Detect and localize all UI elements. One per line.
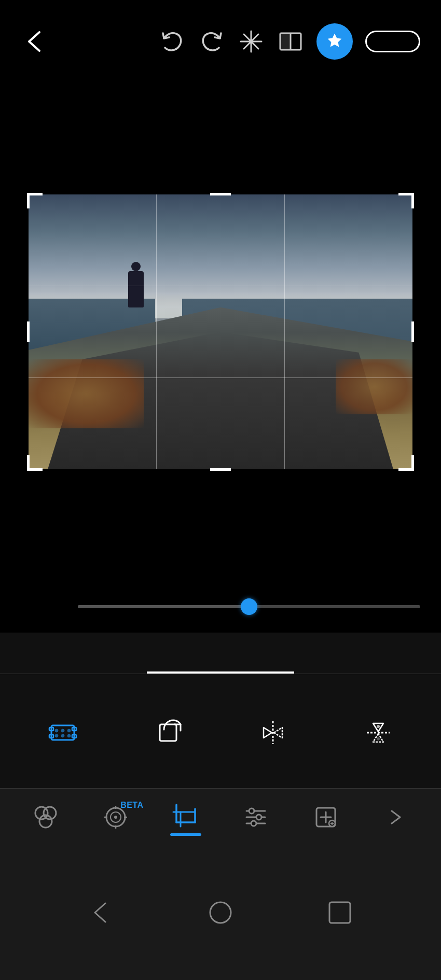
magic-button[interactable]	[238, 28, 265, 55]
slider-track[interactable]	[78, 605, 420, 608]
toolbar-left	[21, 28, 48, 55]
photo-grass-right	[336, 359, 412, 414]
photo	[29, 194, 412, 469]
svg-point-14	[61, 729, 64, 732]
photo-person	[128, 271, 144, 307]
image-area	[0, 83, 441, 581]
svg-rect-8	[51, 725, 74, 740]
nav-selective-button[interactable]: BETA	[92, 799, 140, 836]
toolbar-right	[159, 23, 420, 60]
nav-mixer-button[interactable]	[22, 799, 70, 836]
slider-thumb[interactable]	[241, 598, 257, 615]
tools-area	[0, 674, 441, 788]
toolbar	[0, 0, 441, 83]
svg-point-17	[61, 734, 64, 737]
tool-straighten[interactable]	[10, 715, 116, 758]
svg-rect-19	[160, 724, 176, 741]
system-home-button[interactable]	[205, 897, 236, 928]
svg-rect-52	[329, 902, 350, 923]
crop-container	[29, 194, 412, 469]
svg-point-43	[256, 815, 261, 820]
auto-slider-area	[0, 581, 441, 633]
tab-aspect-ratio[interactable]	[0, 633, 147, 674]
next-button[interactable]	[365, 31, 420, 52]
photo-grass	[29, 359, 144, 428]
nav-more-button[interactable]	[372, 799, 420, 836]
system-back-button[interactable]	[86, 897, 117, 928]
slider-fill	[78, 605, 249, 608]
nav-crop-button[interactable]	[162, 799, 210, 836]
system-recent-button[interactable]	[324, 897, 355, 928]
tool-flip-vertical[interactable]	[326, 715, 431, 758]
svg-point-29	[114, 816, 117, 819]
straighten-icon	[45, 715, 81, 751]
back-button[interactable]	[21, 28, 48, 55]
svg-point-16	[55, 734, 58, 737]
svg-point-23	[377, 737, 380, 740]
nav-active-indicator	[170, 833, 201, 836]
system-nav	[0, 845, 441, 980]
svg-point-42	[249, 808, 254, 814]
svg-point-4	[249, 39, 253, 44]
tab-rotate[interactable]	[147, 633, 294, 674]
nav-healing-button[interactable]	[302, 799, 350, 836]
tool-flip-horizontal[interactable]	[220, 715, 326, 758]
flip-horizontal-icon	[255, 715, 291, 751]
svg-point-44	[251, 821, 256, 826]
bottom-nav: BETA	[0, 788, 441, 845]
beta-badge: BETA	[120, 801, 143, 810]
undo-button[interactable]	[159, 28, 186, 55]
svg-rect-7	[280, 33, 291, 50]
tool-rotate[interactable]	[116, 715, 221, 758]
redo-button[interactable]	[198, 28, 225, 55]
svg-point-15	[67, 729, 71, 732]
nav-tune-button[interactable]	[232, 799, 280, 836]
tab-transform[interactable]	[294, 633, 441, 674]
svg-point-22	[377, 725, 380, 728]
star-button[interactable]	[316, 23, 353, 60]
tabs-area	[0, 633, 441, 674]
rotate-icon	[150, 715, 186, 751]
svg-point-51	[210, 902, 231, 923]
compare-button[interactable]	[277, 28, 304, 55]
svg-point-13	[55, 729, 58, 732]
flip-vertical-icon	[360, 715, 396, 751]
svg-point-18	[67, 734, 71, 737]
